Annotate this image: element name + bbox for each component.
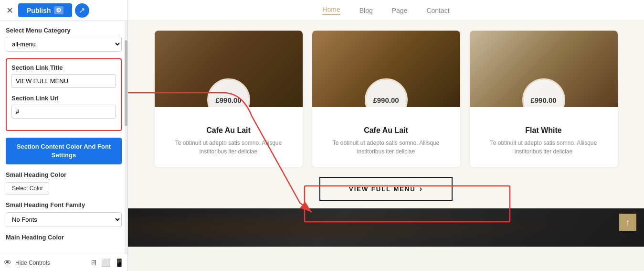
select-color-button[interactable]: Select Color (6, 182, 49, 195)
menu-category-group: Select Menu Category all-menu (6, 27, 122, 52)
panel-content: Select Menu Category all-menu Section Li… (0, 21, 127, 271)
section-color-font-button[interactable]: Section Content Color And Font Settings (6, 138, 122, 164)
tablet-icon[interactable]: ⬜ (101, 258, 111, 267)
card-body-2: Cafe Au Lait Te obtinuit ut adepto satis… (312, 107, 460, 160)
price-3: £990.00 (530, 96, 556, 104)
eye-icon[interactable]: 👁 (4, 259, 11, 267)
menu-category-select[interactable]: all-menu (6, 37, 122, 52)
small-heading-color-group: Small Heading Color Select Color (6, 171, 122, 195)
price-circle-1: £990.00 (207, 78, 250, 107)
nav-contact[interactable]: Contact (426, 7, 449, 14)
left-panel: ✕ Publish ⚙ ↗ Select Menu Category all-m… (0, 0, 128, 271)
card-title-2: Cafe Au Lait (320, 126, 453, 135)
nav-icon[interactable]: ↗ (75, 3, 89, 18)
product-card-3: £990.00 Flat White Te obtinuit ut adepto… (470, 31, 618, 167)
card-desc-1: Te obtinuit ut adepto satis somno. Aliis… (162, 139, 295, 156)
section-link-title-label: Section Link Title (11, 64, 116, 71)
nav-page[interactable]: Page (392, 7, 408, 14)
panel-scrollbar[interactable] (125, 21, 127, 271)
view-menu-label: VIEW FULL MENU (349, 185, 416, 193)
cards-row: £990.00 Cafe Au Lait Te obtinuit ut adep… (128, 21, 644, 172)
bottom-toolbar: 👁 Hide Controls 🖥 ⬜ 📱 (0, 254, 128, 271)
highlighted-section: Section Link Title Section Link Url (6, 58, 122, 131)
card-title-3: Flat White (477, 126, 610, 135)
card-image-1: £990.00 (155, 31, 303, 107)
section-link-url-group: Section Link Url (11, 95, 116, 119)
small-heading-font-label: Small Heading Font Family (6, 201, 122, 208)
nav-home[interactable]: Home (322, 6, 340, 15)
scrollbar-thumb (125, 40, 127, 126)
menu-category-label: Select Menu Category (6, 27, 122, 34)
publish-label: Publish (27, 7, 51, 14)
product-card-2: £990.00 Cafe Au Lait Te obtinuit ut adep… (312, 31, 460, 167)
arrow-icon: ↗ (79, 6, 85, 15)
hide-controls-label[interactable]: Hide Controls (15, 260, 50, 266)
section-link-title-input[interactable] (11, 74, 116, 88)
price-circle-2: £990.00 (365, 78, 408, 107)
section-link-url-label: Section Link Url (11, 95, 116, 102)
card-body-1: Cafe Au Lait Te obtinuit ut adepto satis… (155, 107, 303, 160)
card-desc-2: Te obtinuit ut adepto satis somno. Aliis… (320, 139, 453, 156)
dark-section-overlay (128, 208, 644, 247)
dark-coffee-section (128, 208, 644, 247)
top-toolbar: ✕ Publish ⚙ ↗ (0, 0, 127, 21)
card-desc-3: Te obtinuit ut adepto satis somno. Aliis… (477, 139, 610, 156)
main-heading-color-group: Main Heading Color (6, 234, 122, 241)
font-family-select[interactable]: No Fonts (6, 212, 122, 227)
view-full-menu-button[interactable]: VIEW FULL MENU › (319, 177, 453, 201)
card-image-3: £990.00 (470, 31, 618, 107)
card-image-2: £990.00 (312, 31, 460, 107)
card-body-3: Flat White Te obtinuit ut adepto satis s… (470, 107, 618, 160)
publish-button[interactable]: Publish ⚙ (18, 3, 72, 17)
price-2: £990.00 (373, 96, 399, 104)
product-card-1: £990.00 Cafe Au Lait Te obtinuit ut adep… (155, 31, 303, 167)
price-circle-3: £990.00 (522, 78, 565, 107)
main-preview: Home Blog Page Contact £990.00 Cafe Au L… (128, 0, 644, 271)
price-1: £990.00 (215, 96, 241, 104)
settings-inline-icon: ⚙ (54, 6, 63, 14)
main-heading-color-label: Main Heading Color (6, 234, 122, 241)
desktop-icon[interactable]: 🖥 (90, 259, 97, 267)
small-heading-font-group: Small Heading Font Family No Fonts (6, 201, 122, 227)
close-button[interactable]: ✕ (4, 5, 15, 16)
view-menu-arrow: › (420, 184, 423, 193)
section-link-title-group: Section Link Title (11, 64, 116, 88)
card-title-1: Cafe Au Lait (162, 126, 295, 135)
section-link-url-input[interactable] (11, 105, 116, 119)
nav-blog[interactable]: Blog (359, 7, 373, 14)
preview-topnav: Home Blog Page Contact (128, 0, 644, 21)
scroll-top-button[interactable]: ↑ (619, 214, 636, 231)
view-menu-area: VIEW FULL MENU › (128, 172, 644, 208)
mobile-icon[interactable]: 📱 (115, 258, 124, 267)
small-heading-color-label: Small Heading Color (6, 171, 122, 178)
